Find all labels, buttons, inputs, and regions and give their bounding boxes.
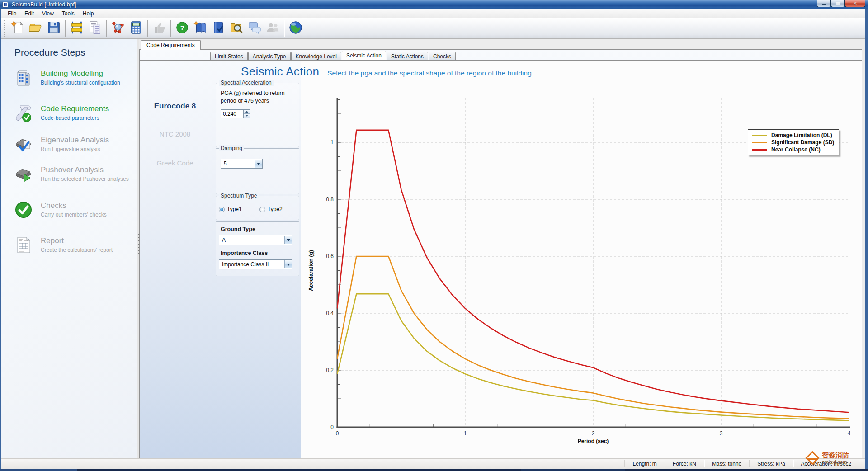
step-subtitle: Create the calculations' report: [41, 247, 113, 253]
website-globe-button[interactable]: [287, 19, 305, 38]
calculator-icon: [128, 20, 144, 37]
status-length: Length: m: [624, 460, 664, 467]
minimize-button[interactable]: [817, 0, 831, 7]
menu-tools[interactable]: Tools: [58, 9, 79, 18]
importance-class-dropdown[interactable]: Importance Class II: [219, 259, 292, 269]
code-item-ntc-2008[interactable]: NTC 2008: [140, 130, 210, 138]
tab-limit-states[interactable]: Limit States: [210, 52, 248, 60]
toolbar-separator: [147, 20, 148, 37]
discussion-forum-button[interactable]: [245, 19, 264, 38]
tab-static-actions[interactable]: Static Actions: [387, 52, 428, 60]
step-title: Checks: [41, 201, 107, 210]
pointer-button: [150, 19, 168, 38]
report-document-button[interactable]: [86, 19, 104, 38]
tutorial-book-button[interactable]: [191, 19, 209, 38]
document-tab[interactable]: Code Requirements: [141, 40, 201, 50]
spectrum-type-group: Spectrum Type Type1 Type2: [216, 196, 299, 220]
spectral-acceleration-group: Spectral Acceleration PGA (g) referred t…: [216, 83, 299, 147]
chip-play-icon: [14, 164, 33, 184]
ground-type-dropdown[interactable]: A: [219, 235, 292, 245]
tab-knowledge-level[interactable]: Knowledge Level: [291, 52, 341, 60]
toolbar-grip[interactable]: [4, 20, 5, 37]
spectrum-chart: 00.20.40.60.8101234Period (sec)Accelarat…: [301, 61, 862, 458]
form-divider: [214, 61, 214, 458]
svg-text:0.4: 0.4: [326, 310, 334, 316]
new-file-icon: [10, 20, 25, 37]
sidebar-step-building-modelling[interactable]: Building ModellingBuilding's structural …: [1, 68, 137, 88]
spin-up-icon: [245, 111, 248, 113]
tab-analysis-type[interactable]: Analysis Type: [248, 52, 291, 60]
website-globe-icon: [288, 20, 303, 37]
legend-label: Significant Damage (SD): [771, 139, 834, 146]
dropdown-arrow-button[interactable]: [284, 236, 292, 244]
damping-value: 5: [224, 160, 227, 167]
frame-modeller-button[interactable]: [68, 19, 86, 38]
toolbar-separator: [170, 20, 171, 37]
type1-radio[interactable]: [219, 207, 225, 212]
step-title: Report: [41, 236, 113, 245]
dropdown-arrow-button[interactable]: [284, 260, 292, 268]
pga-input[interactable]: [221, 109, 243, 118]
page-title: Seismic Action: [241, 65, 319, 79]
menu-help[interactable]: Help: [79, 9, 98, 18]
help-icon: ?: [175, 20, 190, 37]
save-button[interactable]: [45, 19, 63, 38]
user-manual-button[interactable]: [209, 19, 227, 38]
step-text: Pushover AnalysisRun the selected Pushov…: [41, 164, 129, 182]
code-item-eurocode-8[interactable]: Eurocode 8: [140, 102, 210, 111]
main-area: Procedure Steps Building ModellingBuildi…: [1, 39, 865, 458]
report-icon: [14, 235, 33, 255]
menu-edit[interactable]: Edit: [20, 9, 38, 18]
model-3d-button[interactable]: [109, 19, 127, 38]
type2-radio[interactable]: [259, 207, 265, 212]
chevron-down-icon: [287, 239, 290, 241]
chevron-down-icon: [287, 264, 290, 266]
chip-check-icon: [14, 134, 33, 154]
menu-file[interactable]: File: [4, 9, 20, 18]
legend-entry: Significant Damage (SD): [752, 139, 834, 146]
dropdown-arrow-button[interactable]: [255, 160, 262, 168]
save-icon: [46, 20, 61, 37]
step-title: Pushover Analysis: [41, 165, 129, 174]
damping-group: Damping 5: [216, 148, 299, 194]
status-mass: Mass: tonne: [704, 460, 749, 467]
step-subtitle: Code-based parameters: [41, 115, 109, 121]
sidebar-step-code-requirements[interactable]: Code RequirementsCode-based parameters: [1, 103, 137, 123]
svg-text:0.2: 0.2: [326, 367, 334, 373]
model-3d-icon: [110, 20, 126, 37]
tab-checks[interactable]: Checks: [429, 52, 456, 60]
new-file-button[interactable]: [9, 19, 27, 38]
scroll-check-icon: [14, 103, 33, 123]
damping-label: Damping: [219, 145, 244, 151]
legend-label: Damage Limitation (DL): [771, 132, 832, 138]
help-button[interactable]: ?: [173, 19, 191, 38]
code-item-greek-code[interactable]: Greek Code: [140, 159, 210, 167]
damping-dropdown[interactable]: 5: [221, 159, 263, 169]
svg-text:Accelaration (g): Accelaration (g): [308, 250, 314, 291]
example-search-button[interactable]: [227, 19, 245, 38]
svg-text:?: ?: [180, 24, 184, 31]
svg-text:Period (sec): Period (sec): [578, 438, 609, 444]
pga-spin-down-button[interactable]: [244, 113, 250, 118]
close-button[interactable]: ✕: [845, 0, 865, 7]
chevron-down-icon: [257, 163, 260, 165]
step-subtitle: Run the selected Pushover analyses: [41, 176, 129, 182]
pga-label: PGA (g) referred to return period of 475…: [221, 89, 291, 105]
step-subtitle: Building's structural configuration: [41, 80, 120, 86]
tab-seismic-action[interactable]: Seismic Action: [342, 51, 386, 60]
status-stress: Stress: kPa: [749, 460, 793, 467]
calculator-button[interactable]: [127, 19, 145, 38]
user-manual-icon: [211, 20, 226, 37]
menu-view[interactable]: View: [38, 9, 58, 18]
support-button: [264, 19, 282, 38]
title-bar: SeismoBuild [Untitled.bpf] ✕: [0, 0, 868, 9]
toolbar-separator: [284, 20, 284, 37]
minimize-icon: [822, 4, 826, 5]
pga-spin-up-button[interactable]: [244, 110, 250, 113]
sidebar-step-checks: ChecksCarry out members' checks: [1, 200, 137, 220]
step-subtitle: Carry out members' checks: [41, 212, 107, 218]
restore-button[interactable]: [831, 0, 845, 7]
svg-text:4: 4: [848, 430, 851, 437]
restore-icon: [836, 2, 840, 5]
open-folder-button[interactable]: [27, 19, 45, 38]
